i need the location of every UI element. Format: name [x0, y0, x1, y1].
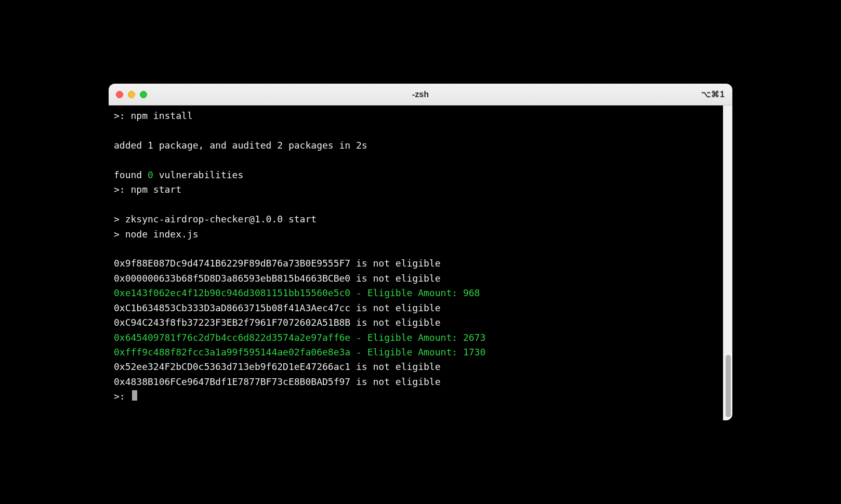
terminal-text: 0xe143f062ec4f12b90c946d3081151bb15560e5… — [114, 287, 480, 298]
scrollbar-thumb[interactable] — [726, 355, 731, 417]
terminal-prompt-line: >: — [114, 389, 727, 404]
terminal-line — [114, 153, 727, 167]
terminal-text: added 1 package, and audited 2 packages … — [114, 140, 367, 151]
terminal-text: 0x4838B106FCe9647Bdf1E7877BF73cE8B0BAD5f… — [114, 376, 441, 387]
scrollbar-track[interactable] — [723, 105, 732, 420]
terminal-line — [114, 242, 727, 256]
terminal-text: >: npm install — [114, 110, 193, 121]
terminal-line: >: npm start — [114, 182, 727, 197]
terminal-text: > node index.js — [114, 229, 199, 240]
terminal-text: > zksync-airdrop-checker@1.0.0 start — [114, 214, 317, 224]
terminal-line: 0xe143f062ec4f12b90c946d3081151bb15560e5… — [114, 286, 727, 300]
window-title: -zsh — [109, 90, 732, 99]
terminal-output[interactable]: >: npm install added 1 package, and audi… — [109, 105, 732, 420]
terminal-line: 0xC94C243f8fb37223F3EB2f7961F7072602A51B… — [114, 315, 727, 330]
terminal-line: 0xC1b634853Cb333D3aD8663715b08f41A3Aec47… — [114, 301, 727, 315]
terminal-line: 0x000000633b68f5D8D3a86593ebB815b4663BCB… — [114, 271, 727, 286]
tab-shortcut: ⌥⌘1 — [701, 89, 725, 99]
terminal-window: -zsh ⌥⌘1 >: npm install added 1 package,… — [109, 84, 732, 420]
terminal-line: found 0 vulnerabilities — [114, 168, 727, 182]
terminal-line: > zksync-airdrop-checker@1.0.0 start — [114, 212, 727, 227]
terminal-text: >: npm start — [114, 184, 181, 195]
terminal-text: 0x000000633b68f5D8D3a86593ebB815b4663BCB… — [114, 273, 441, 284]
window-controls — [116, 91, 147, 98]
close-icon[interactable] — [116, 91, 123, 98]
minimize-icon[interactable] — [128, 91, 135, 98]
terminal-text: 0 — [148, 169, 153, 180]
terminal-text: 0xC1b634853Cb333D3aD8663715b08f41A3Aec47… — [114, 302, 441, 313]
titlebar: -zsh ⌥⌘1 — [109, 84, 732, 105]
cursor-icon — [132, 390, 137, 401]
terminal-line: 0x4838B106FCe9647Bdf1E7877BF73cE8B0BAD5f… — [114, 375, 727, 389]
terminal-line — [114, 197, 727, 212]
terminal-text: 0x52ee324F2bCD0c5363d713eb9f62D1eE47266a… — [114, 361, 441, 372]
terminal-text: 0x645409781f76c2d7b4cc6d822d3574a2e97aff… — [114, 332, 485, 343]
terminal-text: 0xC94C243f8fb37223F3EB2f7961F7072602A51B… — [114, 317, 441, 328]
terminal-line: 0x9f88E087Dc9d4741B6229F89dB76a73B0E9555… — [114, 256, 727, 271]
terminal-line: > node index.js — [114, 227, 727, 242]
terminal-line — [114, 123, 727, 138]
terminal-text: vulnerabilities — [153, 169, 243, 180]
terminal-line: 0xfff9c488f82fcc3a1a99f595144ae02fa06e8e… — [114, 345, 727, 360]
terminal-text: 0x9f88E087Dc9d4741B6229F89dB76a73B0E9555… — [114, 258, 441, 269]
terminal-line: added 1 package, and audited 2 packages … — [114, 138, 727, 153]
terminal-line: 0x645409781f76c2d7b4cc6d822d3574a2e97aff… — [114, 330, 727, 345]
maximize-icon[interactable] — [140, 91, 147, 98]
terminal-line: >: npm install — [114, 109, 727, 123]
terminal-text: 0xfff9c488f82fcc3a1a99f595144ae02fa06e8e… — [114, 347, 485, 357]
prompt: >: — [114, 391, 131, 402]
terminal-text: found — [114, 169, 148, 180]
terminal-line: 0x52ee324F2bCD0c5363d713eb9f62D1eE47266a… — [114, 360, 727, 374]
